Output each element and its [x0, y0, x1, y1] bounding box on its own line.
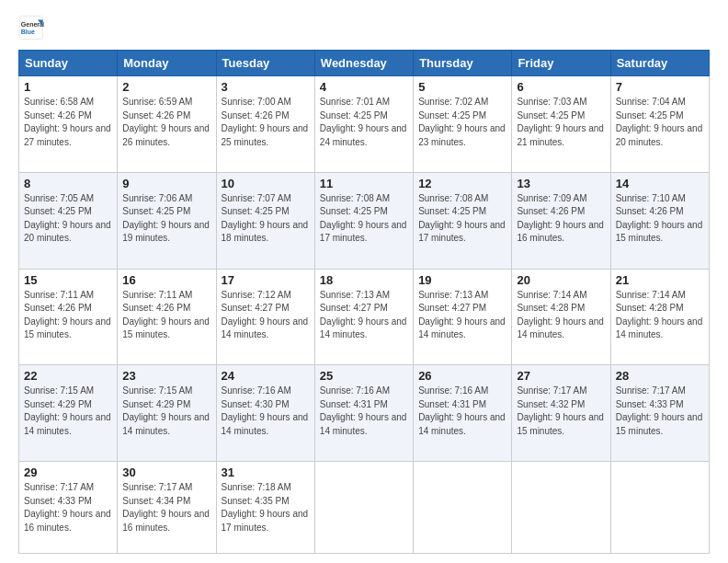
day-info: Sunrise: 6:58 AM Sunset: 4:26 PM Dayligh… — [24, 97, 111, 147]
day-info: Sunrise: 7:13 AM Sunset: 4:27 PM Dayligh… — [418, 290, 506, 340]
day-info: Sunrise: 7:10 AM Sunset: 4:26 PM Dayligh… — [616, 193, 703, 244]
calendar-cell: 28 Sunrise: 7:17 AM Sunset: 4:33 PM Dayl… — [610, 365, 709, 462]
day-number: 8 — [24, 177, 112, 190]
header-row: SundayMondayTuesdayWednesdayThursdayFrid… — [19, 51, 710, 76]
calendar-cell: 26 Sunrise: 7:16 AM Sunset: 4:31 PM Dayl… — [414, 365, 512, 462]
day-number: 2 — [122, 80, 210, 94]
day-number: 4 — [320, 80, 408, 94]
calendar-cell: 21 Sunrise: 7:14 AM Sunset: 4:28 PM Dayl… — [610, 269, 709, 365]
day-info: Sunrise: 7:16 AM Sunset: 4:31 PM Dayligh… — [418, 385, 506, 436]
day-number: 31 — [222, 465, 310, 479]
calendar-cell: 13 Sunrise: 7:09 AM Sunset: 4:26 PM Dayl… — [512, 172, 610, 269]
calendar-cell: 15 Sunrise: 7:11 AM Sunset: 4:26 PM Dayl… — [19, 269, 118, 365]
svg-rect-0 — [19, 16, 42, 39]
week-row-1: 1 Sunrise: 6:58 AM Sunset: 4:26 PM Dayli… — [19, 76, 710, 173]
day-number: 18 — [320, 273, 408, 287]
calendar-cell: 8 Sunrise: 7:05 AM Sunset: 4:25 PM Dayli… — [19, 172, 118, 269]
day-header-saturday: Saturday — [610, 51, 709, 76]
day-number: 21 — [616, 273, 704, 287]
day-info: Sunrise: 7:17 AM Sunset: 4:34 PM Dayligh… — [122, 482, 210, 533]
calendar-cell: 23 Sunrise: 7:15 AM Sunset: 4:29 PM Dayl… — [118, 365, 216, 462]
day-number: 5 — [418, 80, 506, 94]
calendar-cell: 22 Sunrise: 7:15 AM Sunset: 4:29 PM Dayl… — [19, 365, 118, 462]
calendar-cell: 19 Sunrise: 7:13 AM Sunset: 4:27 PM Dayl… — [414, 269, 512, 365]
calendar-cell: 12 Sunrise: 7:08 AM Sunset: 4:25 PM Dayl… — [414, 172, 512, 269]
svg-text:Blue: Blue — [21, 29, 35, 35]
day-info: Sunrise: 7:14 AM Sunset: 4:28 PM Dayligh… — [517, 290, 604, 340]
day-number: 7 — [616, 80, 704, 94]
day-info: Sunrise: 6:59 AM Sunset: 4:26 PM Dayligh… — [122, 97, 210, 147]
day-info: Sunrise: 7:00 AM Sunset: 4:26 PM Dayligh… — [222, 97, 309, 147]
day-header-wednesday: Wednesday — [314, 51, 413, 76]
calendar-cell: 6 Sunrise: 7:03 AM Sunset: 4:25 PM Dayli… — [512, 76, 610, 173]
day-info: Sunrise: 7:16 AM Sunset: 4:31 PM Dayligh… — [320, 385, 407, 436]
calendar-cell — [414, 462, 512, 554]
calendar-cell: 14 Sunrise: 7:10 AM Sunset: 4:26 PM Dayl… — [610, 172, 709, 269]
calendar-cell: 3 Sunrise: 7:00 AM Sunset: 4:26 PM Dayli… — [216, 76, 314, 173]
calendar-cell: 10 Sunrise: 7:07 AM Sunset: 4:25 PM Dayl… — [216, 172, 314, 269]
calendar-cell: 2 Sunrise: 6:59 AM Sunset: 4:26 PM Dayli… — [118, 76, 216, 173]
week-row-5: 29 Sunrise: 7:17 AM Sunset: 4:33 PM Dayl… — [19, 462, 710, 554]
page: General Blue SundayMondayTuesdayWednesda… — [0, 0, 728, 563]
day-number: 20 — [517, 273, 605, 287]
day-number: 19 — [418, 273, 506, 287]
day-info: Sunrise: 7:04 AM Sunset: 4:25 PM Dayligh… — [616, 97, 703, 147]
calendar-cell: 4 Sunrise: 7:01 AM Sunset: 4:25 PM Dayli… — [314, 76, 413, 173]
calendar-cell: 16 Sunrise: 7:11 AM Sunset: 4:26 PM Dayl… — [118, 269, 216, 365]
day-number: 6 — [517, 80, 605, 94]
day-info: Sunrise: 7:12 AM Sunset: 4:27 PM Dayligh… — [222, 290, 309, 340]
day-number: 30 — [122, 465, 210, 479]
calendar-cell — [512, 462, 610, 554]
calendar-cell: 24 Sunrise: 7:16 AM Sunset: 4:30 PM Dayl… — [216, 365, 314, 462]
day-number: 27 — [517, 369, 605, 383]
logo-icon: General Blue — [18, 15, 44, 40]
day-info: Sunrise: 7:18 AM Sunset: 4:35 PM Dayligh… — [222, 482, 309, 533]
week-row-3: 15 Sunrise: 7:11 AM Sunset: 4:26 PM Dayl… — [19, 269, 710, 365]
day-header-friday: Friday — [512, 51, 610, 76]
day-number: 22 — [24, 369, 112, 383]
calendar-cell: 9 Sunrise: 7:06 AM Sunset: 4:25 PM Dayli… — [118, 172, 216, 269]
calendar-cell — [314, 462, 413, 554]
day-info: Sunrise: 7:08 AM Sunset: 4:25 PM Dayligh… — [418, 193, 506, 244]
day-number: 10 — [222, 177, 310, 190]
day-number: 25 — [320, 369, 408, 383]
day-number: 28 — [616, 369, 704, 383]
calendar-cell — [610, 462, 709, 554]
day-number: 13 — [517, 177, 605, 190]
calendar-cell: 11 Sunrise: 7:08 AM Sunset: 4:25 PM Dayl… — [314, 172, 413, 269]
day-info: Sunrise: 7:07 AM Sunset: 4:25 PM Dayligh… — [222, 193, 309, 244]
day-info: Sunrise: 7:17 AM Sunset: 4:33 PM Dayligh… — [24, 482, 111, 533]
calendar-cell: 25 Sunrise: 7:16 AM Sunset: 4:31 PM Dayl… — [314, 365, 413, 462]
header: General Blue — [18, 15, 710, 40]
day-info: Sunrise: 7:13 AM Sunset: 4:27 PM Dayligh… — [320, 290, 407, 340]
calendar-cell: 30 Sunrise: 7:17 AM Sunset: 4:34 PM Dayl… — [118, 462, 216, 554]
calendar-cell: 31 Sunrise: 7:18 AM Sunset: 4:35 PM Dayl… — [216, 462, 314, 554]
day-info: Sunrise: 7:14 AM Sunset: 4:28 PM Dayligh… — [616, 290, 703, 340]
calendar-cell: 18 Sunrise: 7:13 AM Sunset: 4:27 PM Dayl… — [314, 269, 413, 365]
day-info: Sunrise: 7:05 AM Sunset: 4:25 PM Dayligh… — [24, 193, 111, 244]
calendar-cell: 29 Sunrise: 7:17 AM Sunset: 4:33 PM Dayl… — [19, 462, 118, 554]
calendar-table: SundayMondayTuesdayWednesdayThursdayFrid… — [18, 50, 710, 554]
day-info: Sunrise: 7:06 AM Sunset: 4:25 PM Dayligh… — [122, 193, 210, 244]
day-number: 16 — [122, 273, 210, 287]
calendar-cell: 20 Sunrise: 7:14 AM Sunset: 4:28 PM Dayl… — [512, 269, 610, 365]
day-info: Sunrise: 7:02 AM Sunset: 4:25 PM Dayligh… — [418, 97, 506, 147]
day-info: Sunrise: 7:17 AM Sunset: 4:32 PM Dayligh… — [517, 385, 604, 436]
week-row-4: 22 Sunrise: 7:15 AM Sunset: 4:29 PM Dayl… — [19, 365, 710, 462]
calendar-cell: 17 Sunrise: 7:12 AM Sunset: 4:27 PM Dayl… — [216, 269, 314, 365]
day-info: Sunrise: 7:11 AM Sunset: 4:26 PM Dayligh… — [24, 290, 111, 340]
day-number: 23 — [122, 369, 210, 383]
day-header-monday: Monday — [118, 51, 216, 76]
day-info: Sunrise: 7:03 AM Sunset: 4:25 PM Dayligh… — [517, 97, 604, 147]
day-number: 14 — [616, 177, 704, 190]
week-row-2: 8 Sunrise: 7:05 AM Sunset: 4:25 PM Dayli… — [19, 172, 710, 269]
calendar-cell: 7 Sunrise: 7:04 AM Sunset: 4:25 PM Dayli… — [610, 76, 709, 173]
day-info: Sunrise: 7:09 AM Sunset: 4:26 PM Dayligh… — [517, 193, 604, 244]
day-info: Sunrise: 7:16 AM Sunset: 4:30 PM Dayligh… — [222, 385, 309, 436]
day-number: 15 — [24, 273, 112, 287]
day-info: Sunrise: 7:15 AM Sunset: 4:29 PM Dayligh… — [122, 385, 210, 436]
day-info: Sunrise: 7:15 AM Sunset: 4:29 PM Dayligh… — [24, 385, 111, 436]
day-number: 29 — [24, 465, 112, 479]
day-number: 9 — [122, 177, 210, 190]
day-header-thursday: Thursday — [414, 51, 512, 76]
